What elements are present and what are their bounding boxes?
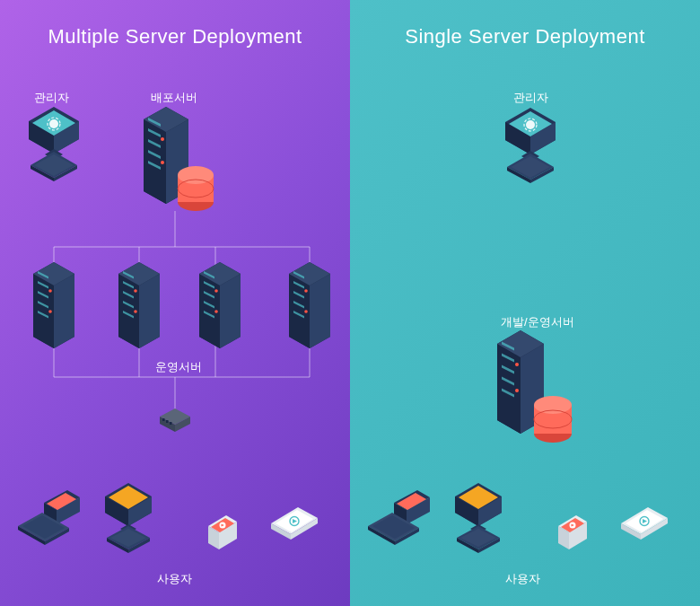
svg-point-21: [161, 161, 164, 164]
svg-rect-73: [162, 418, 165, 421]
svg-rect-75: [170, 422, 172, 425]
desktop-icon: [492, 108, 569, 185]
svg-point-58: [214, 310, 218, 313]
tablet-icon: [610, 507, 675, 558]
right-title: Single Server Deployment: [350, 0, 700, 48]
admin-label: 관리자: [513, 90, 548, 106]
tablet-icon: [260, 507, 325, 558]
svg-point-69: [304, 310, 308, 313]
svg-point-24: [178, 166, 214, 184]
single-deployment-panel: Single Server Deployment 관리자 개발/운영서버 사용자: [350, 0, 700, 606]
svg-point-57: [214, 289, 218, 293]
svg-point-4: [49, 119, 58, 128]
svg-point-47: [134, 310, 137, 313]
svg-point-35: [48, 289, 52, 293]
desktop-icon: [18, 108, 90, 180]
svg-marker-39: [139, 274, 160, 348]
laptop-icon: [359, 492, 440, 557]
desktop-icon: [440, 485, 517, 558]
svg-rect-74: [166, 420, 169, 423]
server-icon: [108, 260, 171, 359]
svg-point-68: [304, 289, 308, 293]
server-with-db-icon: [476, 328, 592, 453]
phone-icon: [546, 514, 596, 558]
users-label: 사용자: [505, 571, 540, 587]
desktop-icon: [90, 485, 167, 558]
laptop-icon: [9, 492, 90, 557]
svg-marker-61: [310, 274, 330, 348]
multiple-deployment-panel: Multiple Server Deployment 관리자 배포서버 운영서버…: [0, 0, 350, 606]
users-label: 사용자: [157, 571, 192, 587]
connector-lines: [0, 0, 350, 449]
svg-point-126: [515, 389, 519, 392]
server-with-db-icon: [126, 103, 233, 220]
switch-icon: [153, 406, 197, 437]
svg-point-109: [526, 120, 535, 129]
svg-point-129: [534, 396, 572, 414]
server-icon: [188, 260, 251, 359]
phone-icon: [196, 514, 246, 558]
svg-point-36: [48, 310, 52, 313]
svg-point-20: [161, 137, 164, 141]
svg-point-46: [134, 289, 137, 293]
svg-point-125: [515, 363, 519, 366]
svg-marker-50: [220, 274, 241, 348]
server-icon: [22, 260, 85, 359]
svg-marker-28: [54, 274, 74, 348]
server-icon: [278, 260, 341, 359]
